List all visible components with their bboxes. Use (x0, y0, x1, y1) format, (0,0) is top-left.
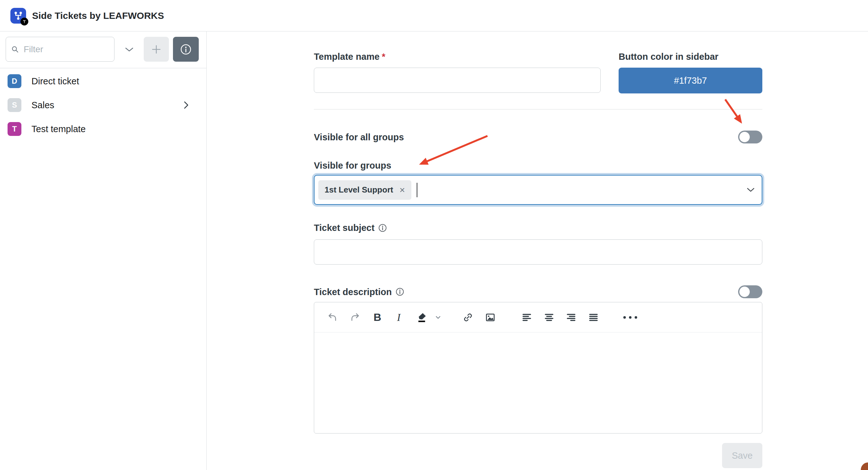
redo-button[interactable] (348, 311, 362, 324)
template-name-label: Template name* (314, 52, 601, 61)
link-icon (463, 312, 473, 323)
remove-tag-icon[interactable]: × (399, 185, 405, 195)
italic-button[interactable]: I (392, 311, 406, 324)
undo-button[interactable] (326, 311, 339, 324)
button-color-label: Button color in sidebar (619, 52, 762, 61)
ticket-description-label-row: Ticket description (314, 285, 762, 298)
sidebar-expand-button[interactable] (122, 42, 136, 56)
align-justify-icon (588, 312, 599, 323)
plus-icon (151, 44, 162, 55)
chevron-down-icon (125, 47, 134, 52)
align-left-icon (521, 312, 532, 323)
template-label: Test template (31, 124, 86, 134)
visible-groups-label: Visible for groups (314, 161, 762, 170)
editor-content-area[interactable] (314, 332, 762, 433)
visible-all-groups-label: Visible for all groups (314, 133, 404, 142)
toggle-knob (739, 287, 750, 297)
template-avatar: T (7, 122, 21, 136)
align-justify-button[interactable] (587, 311, 600, 324)
text-cursor (417, 183, 417, 197)
ticket-description-label: Ticket description (314, 287, 392, 297)
page-title: Side Tickets by LEAFWORKS (32, 10, 164, 21)
highlight-color-icon (416, 312, 427, 323)
save-button[interactable]: Save (722, 443, 762, 468)
editor-toolbar: B I (314, 302, 762, 332)
template-label: Direct ticket (31, 76, 79, 87)
template-avatar: S (7, 98, 21, 112)
insert-image-button[interactable] (484, 311, 497, 324)
template-item-test-template[interactable]: T Test template (0, 117, 206, 141)
filter-box (6, 37, 115, 62)
ticket-subject-label: Ticket subject (314, 223, 375, 233)
app-logo (10, 8, 26, 24)
add-template-button[interactable] (144, 37, 169, 62)
template-editor-panel: Template name* Button color in sidebar #… (207, 31, 868, 470)
redo-icon (350, 312, 361, 323)
image-icon (485, 312, 496, 323)
visible-groups-select[interactable]: 1st Level Support × (314, 175, 762, 205)
search-icon (11, 45, 19, 54)
button-color-picker[interactable]: #1f73b7 (619, 68, 762, 93)
highlight-color-button[interactable] (415, 311, 429, 324)
align-center-button[interactable] (542, 311, 556, 324)
chevron-right-icon (184, 101, 189, 109)
visible-all-groups-toggle[interactable] (738, 130, 762, 143)
info-button[interactable] (173, 37, 199, 62)
group-tag-label: 1st Level Support (324, 185, 393, 195)
info-tooltip-icon[interactable] (396, 288, 404, 296)
align-right-icon (566, 312, 577, 323)
filter-input[interactable] (24, 45, 109, 54)
sidebar-toolbar (6, 37, 206, 62)
more-options-icon (623, 316, 637, 319)
template-label: Sales (31, 100, 54, 111)
more-options-button[interactable] (621, 311, 639, 324)
ticket-subject-label-row: Ticket subject (314, 223, 762, 233)
info-icon (180, 43, 192, 56)
template-list: D Direct ticket S Sales T Test template (0, 68, 206, 141)
align-center-icon (544, 312, 554, 323)
info-tooltip-icon[interactable] (378, 224, 387, 232)
bold-button[interactable]: B (370, 311, 384, 324)
align-right-button[interactable] (564, 311, 578, 324)
chevron-down-icon (436, 316, 441, 319)
section-divider (314, 109, 762, 110)
ticket-description-toggle[interactable] (738, 285, 762, 298)
highlight-expand-button[interactable] (434, 311, 442, 324)
template-name-input[interactable] (314, 68, 601, 93)
align-left-button[interactable] (520, 311, 534, 324)
toggle-knob (739, 132, 750, 142)
app-window: Side Tickets by LEAFWORKS (0, 0, 868, 470)
chevron-down-icon[interactable] (747, 187, 755, 193)
leaf-badge-icon (21, 18, 28, 26)
templates-sidebar: D Direct ticket S Sales T Test template (0, 31, 207, 470)
template-item-sales[interactable]: S Sales (0, 93, 206, 117)
app-header: Side Tickets by LEAFWORKS (0, 0, 868, 31)
ticket-subject-input[interactable] (314, 239, 762, 265)
group-tag: 1st Level Support × (318, 180, 411, 200)
link-button[interactable] (461, 311, 475, 324)
rich-text-editor: B I (314, 302, 762, 434)
required-asterisk: * (382, 52, 385, 62)
undo-icon (327, 312, 338, 323)
template-item-direct-ticket[interactable]: D Direct ticket (0, 69, 206, 93)
template-avatar: D (7, 74, 21, 88)
